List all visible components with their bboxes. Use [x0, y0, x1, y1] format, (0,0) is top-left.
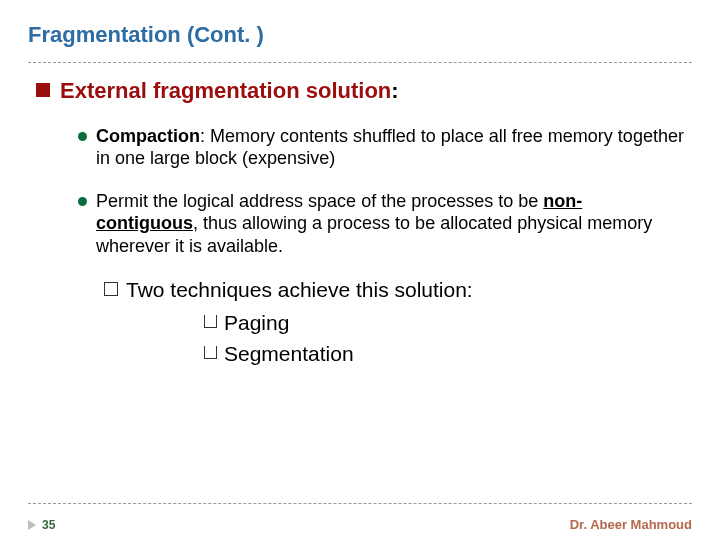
- bullet-item-1: Compaction: Memory contents shuffled to …: [78, 125, 684, 170]
- inner-list-level2: Paging Segmentation: [104, 310, 684, 366]
- inner-row-two: Two techniques achieve this solution:: [104, 277, 684, 302]
- inner-segmentation-text: Segmentation: [224, 341, 354, 366]
- inner-row-segmentation: Segmentation: [204, 341, 684, 366]
- author-name: Dr. Abeer Mahmoud: [570, 517, 692, 532]
- bullet-1-body: Compaction: Memory contents shuffled to …: [96, 125, 684, 170]
- heading-text: External fragmentation solution: [60, 78, 391, 103]
- page-number: 35: [42, 518, 55, 532]
- slide: Fragmentation (Cont. ) External fragment…: [0, 0, 720, 540]
- open-box-bullet-icon: [204, 346, 217, 359]
- bullet-item-2: Permit the logical address space of the …: [78, 190, 684, 258]
- page-indicator: 35: [28, 518, 55, 532]
- inner-paging-text: Paging: [224, 310, 289, 335]
- heading-colon: :: [391, 78, 398, 103]
- bullet-list: Compaction: Memory contents shuffled to …: [36, 125, 684, 258]
- open-box-bullet-icon: [204, 315, 217, 328]
- dot-bullet-icon: [78, 197, 87, 206]
- bullet-1-term: Compaction: [96, 126, 200, 146]
- heading-row: External fragmentation solution:: [36, 77, 684, 105]
- triangle-icon: [28, 520, 36, 530]
- divider-bottom: [28, 503, 692, 504]
- slide-title: Fragmentation (Cont. ): [28, 22, 692, 48]
- inner-two-text: Two techniques achieve this solution:: [126, 277, 473, 302]
- bullet-2-body: Permit the logical address space of the …: [96, 190, 684, 258]
- inner-list: Two techniques achieve this solution: Pa…: [36, 277, 684, 367]
- content-area: External fragmentation solution: Compact…: [28, 63, 692, 367]
- box-bullet-icon: [104, 282, 118, 296]
- section-heading: External fragmentation solution:: [60, 77, 399, 105]
- square-bullet-icon: [36, 83, 50, 97]
- inner-row-paging: Paging: [204, 310, 684, 335]
- footer: 35 Dr. Abeer Mahmoud: [28, 517, 692, 532]
- dot-bullet-icon: [78, 132, 87, 141]
- bullet-2-pre: Permit the logical address space of the …: [96, 191, 543, 211]
